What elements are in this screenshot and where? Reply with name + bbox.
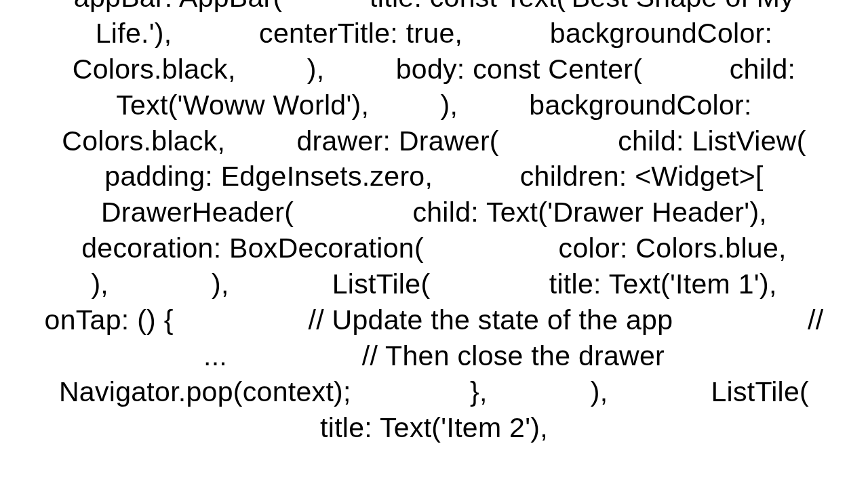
code-snippet: appBar: AppBar( title: const Text('Best … — [0, 0, 868, 445]
